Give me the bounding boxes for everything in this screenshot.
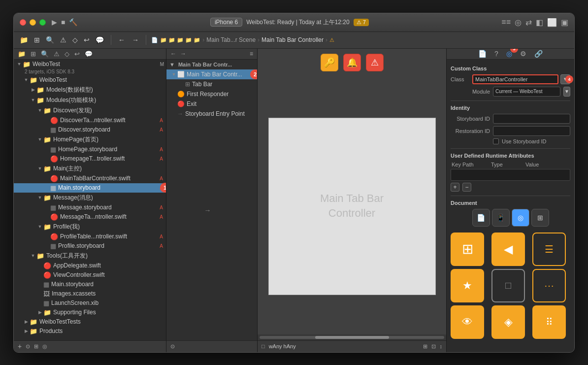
zoom-out-btn[interactable]: ⊞ [423, 343, 427, 350]
nav-search-icon[interactable]: 🔍 [41, 50, 49, 58]
nav-bk-icon[interactable]: ↩ [74, 50, 80, 58]
tree-item-models[interactable]: ▶ 📁 Models(数据模型) [14, 85, 166, 95]
folder-icon[interactable]: 📁 [18, 35, 30, 45]
tree-item-appdelegate[interactable]: 🔴 AppDelegate.swift [14, 261, 166, 270]
doc-grid-eye[interactable]: 👁 [451, 305, 484, 339]
restoration-id-input[interactable] [493, 126, 570, 136]
nav-git-icon[interactable]: ⊞ [31, 50, 36, 58]
tree-item-profiletable[interactable]: 🔴 ProfileTable...ntroller.swift A [14, 232, 166, 241]
add-scene-btn[interactable]: □ [261, 343, 265, 349]
nav-folder-icon[interactable]: 📁 [18, 50, 26, 58]
tree-item-modules[interactable]: ▼ 📁 Modules(功能模块) [14, 95, 166, 105]
diamond-icon[interactable]: ◇ [70, 35, 80, 45]
doc-grid-star[interactable]: ★ [451, 269, 484, 302]
doc-grid-cube[interactable]: ◈ [491, 305, 525, 339]
tree-item-profile[interactable]: ▼ 📁 Profile(我) [14, 222, 166, 232]
nav-warn-icon[interactable]: ⚠ [54, 50, 60, 58]
tree-item-profile-storyboard[interactable]: ▦ Profile.storyboard A [14, 241, 166, 251]
scene-add-btn[interactable]: ⊙ [170, 343, 175, 350]
minimize-button[interactable] [30, 19, 36, 26]
bookmark-icon[interactable]: ↩ [82, 35, 92, 45]
scene-forward-btn[interactable]: → [180, 50, 186, 57]
nav-comment-icon[interactable]: 💬 [85, 50, 93, 58]
bottom-panel-btn[interactable]: ⬜ [547, 18, 557, 27]
stop-button[interactable]: ■ [61, 18, 65, 26]
nav-diamond-icon[interactable]: ◇ [65, 50, 69, 58]
fit-btn[interactable]: ⊡ [431, 343, 436, 350]
filter-btn[interactable]: ⊞ [34, 343, 38, 350]
tree-item-project[interactable]: ▼ 📁 WeiboTest M [14, 60, 166, 69]
doc-grid-back[interactable]: ◀ [491, 232, 525, 266]
zoom-in-btn[interactable]: ↕ [440, 343, 443, 349]
panel-toggle-btn[interactable]: ≡≡ [501, 18, 511, 27]
tree-item-discoverta[interactable]: 🔴 DiscoverTa...ntroller.swift A [14, 116, 166, 125]
doc-grid-container[interactable]: □ [491, 269, 525, 302]
tree-item-message[interactable]: ▼ 📁 Message(消息) [14, 193, 166, 203]
tree-item-messageta[interactable]: 🔴 MessageTa...ntroller.swift A [14, 212, 166, 222]
tree-item-launchscreen[interactable]: ▦ LaunchScreen.xib [14, 299, 166, 308]
tree-item-viewcontroller[interactable]: 🔴 ViewController.swift [14, 270, 166, 280]
tree-item-tools[interactable]: ▼ 📁 Tools(工具开发) [14, 251, 166, 261]
tree-item-discover[interactable]: ▼ 📁 Discover(发现) [14, 105, 166, 116]
doc-type-file-btn[interactable]: 📄 [472, 209, 490, 227]
list-icon[interactable]: ⊞ [32, 35, 42, 45]
left-panel-btn[interactable]: ◧ [536, 18, 543, 27]
tree-item-main-storyboard[interactable]: ▦ Main.storyboard A 1 [14, 183, 166, 193]
tree-item-images[interactable]: 🖼 Images.xcassets [14, 289, 166, 299]
storyboard-id-input[interactable] [493, 114, 570, 124]
doc-grid-tabbar[interactable]: ⊞ [451, 232, 484, 266]
tree-item-main-group[interactable]: ▼ 📁 Main(主控) [14, 164, 166, 174]
insp-help-icon[interactable]: ? [493, 49, 499, 59]
doc-type-grid-btn[interactable]: ⊞ [531, 209, 549, 227]
insp-connections-icon[interactable]: 🔗 [533, 49, 544, 59]
back-nav-btn[interactable]: ← [116, 35, 127, 45]
doc-grid-dotgrid[interactable]: ⠿ [532, 305, 566, 339]
canvas-icon-bell[interactable]: 🔔 [343, 54, 361, 71]
run-button[interactable]: ▶ [52, 18, 57, 26]
forward-nav-btn[interactable]: → [130, 35, 141, 45]
scene-item-tabbar[interactable]: ⊞ Tab Bar [166, 79, 257, 89]
bc-controller[interactable]: Main Tab Bar Controller [261, 36, 324, 43]
bc-scene[interactable]: Main Tab...r Scene [206, 36, 256, 43]
insp-identity-icon[interactable]: ◎ 3 [505, 49, 513, 59]
add-file-btn[interactable]: + [18, 342, 22, 350]
tree-item-homepage[interactable]: ▼ 📁 HomePage(首页) [14, 134, 166, 145]
insp-file-icon[interactable]: 📄 [477, 49, 488, 59]
comment-icon[interactable]: 💬 [94, 35, 106, 45]
tree-item-message-storyboard[interactable]: ▦ Message.storyboard A [14, 203, 166, 212]
scene-item-entry[interactable]: → Storyboard Entry Point [166, 109, 257, 119]
class-input[interactable] [472, 74, 558, 84]
tree-item-main-storyboard2[interactable]: ▦ Main.storyboard [14, 280, 166, 289]
scene-menu-btn[interactable]: ≡ [250, 50, 253, 57]
doc-type-phone-btn[interactable]: 📱 [492, 209, 510, 227]
runtime-remove-btn[interactable]: − [462, 183, 471, 192]
module-input[interactable] [493, 87, 560, 97]
device-selector[interactable]: iPhone 6 [210, 18, 242, 27]
history-btn[interactable]: ⊙ [26, 343, 30, 350]
warning-badge[interactable]: ⚠ 7 [354, 19, 369, 26]
runtime-add-btn[interactable]: + [451, 183, 459, 192]
close-button[interactable] [20, 19, 26, 26]
canvas-icon-key[interactable]: 🔑 [321, 54, 338, 71]
tree-item-supporting[interactable]: ▶ 📁 Supporting Files [14, 308, 166, 317]
nav-btn[interactable]: ⇄ [525, 18, 532, 27]
scene-item-exit[interactable]: 🔴 Exit [166, 99, 257, 109]
tree-item-maintabbar[interactable]: 🔴 MainTabBarController.swift A [14, 174, 166, 183]
tree-item-tests[interactable]: ▶ 📁 WeiboTestTests [14, 317, 166, 327]
tree-item-discover-storyboard[interactable]: ▦ Discover.storyboard A [14, 125, 166, 134]
search-toolbar-icon[interactable]: 🔍 [44, 35, 56, 45]
use-storyboard-id-checkbox[interactable] [493, 138, 499, 144]
breakpoints-btn[interactable]: ◎ [515, 18, 522, 27]
scene-item-responder[interactable]: 🟠 First Responder [166, 89, 257, 99]
canvas-icon-warn[interactable]: ⚠ [366, 54, 384, 71]
tree-item-products[interactable]: ▶ 📁 Products [14, 327, 166, 336]
warning-toolbar-icon[interactable]: ⚠ [58, 35, 68, 45]
recent-btn[interactable]: ◎ [42, 343, 47, 350]
canvas-scrollbar[interactable] [258, 334, 446, 340]
scene-back-btn[interactable]: ← [170, 50, 176, 57]
maximize-button[interactable] [39, 19, 46, 26]
doc-grid-list[interactable]: ⋯ [532, 269, 566, 302]
doc-type-circle-btn[interactable]: ◎ [512, 209, 529, 227]
scene-item-main-tab[interactable]: ▼ ⬜ Main Tab Bar Contr... 2 [166, 69, 257, 79]
insp-attrib-icon[interactable]: ⚙ [519, 49, 527, 59]
